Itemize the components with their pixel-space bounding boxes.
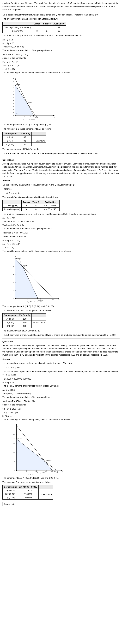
svg-text:8: 8 bbox=[13, 90, 14, 92]
svg-text:Y: Y bbox=[14, 254, 16, 256]
q7-ct-r2c0: B(8, 20) bbox=[2, 321, 18, 324]
q7-cond1: x ≥ 0 and y ≥ 0 bbox=[6, 192, 120, 195]
q7-corner-intro: The corner points are A (24, 0), B (8, 2… bbox=[2, 305, 120, 308]
svg-text:Y: Y bbox=[14, 76, 15, 77]
q7-graph: O 8 16 24 5 10 15 20 25 bbox=[7, 254, 62, 303]
q6-math-label: The mathematical formulation of the give… bbox=[2, 49, 120, 52]
q7-r1c0: Cutting (min) bbox=[2, 204, 22, 208]
q7-intro: A company manufactures two types of nove… bbox=[2, 162, 120, 178]
svg-text:1: 1 bbox=[13, 112, 14, 113]
svg-marker-79 bbox=[15, 259, 38, 298]
q8-ct-r3c1: 875000 bbox=[18, 496, 39, 500]
svg-text:200: 200 bbox=[13, 434, 15, 435]
q6-col-header-1: Lamps bbox=[32, 22, 42, 26]
q7-constraints-intro: The profit on type A souvenirs is Rs 5 a… bbox=[2, 212, 120, 216]
svg-text:1: 1 bbox=[18, 116, 18, 118]
q6-feasible-label: The feasible region determined by the sy… bbox=[2, 71, 120, 74]
q7-ct-r1c0: A(24, 0) bbox=[2, 317, 18, 321]
svg-text:100: 100 bbox=[13, 452, 15, 453]
q6-c2: 3x + 2y ≤ 20 bbox=[2, 42, 120, 45]
q6-ct-r3c1: 30 bbox=[18, 143, 32, 146]
q6-col-header-0 bbox=[2, 22, 32, 26]
table-row: B(4, 4) 32 → Maximum bbox=[2, 139, 46, 143]
question-8-section: Question 8: A merchant plans to sell two… bbox=[2, 340, 120, 506]
svg-text:12: 12 bbox=[12, 78, 14, 80]
q8-subject-label: subject to the constraints, bbox=[2, 403, 120, 406]
q7-s3: x, y ≥ 0 ...(4) bbox=[2, 246, 120, 249]
q6-maximize: Maximize Z = 5x + 3y ... (1) bbox=[2, 53, 120, 56]
svg-text:B(4,4): B(4,4) bbox=[28, 102, 31, 103]
q8-feasible-label: The feasible region determined by the sy… bbox=[2, 418, 120, 421]
table-row: Grinding/Cutting Machine (h) 2 1 12 bbox=[2, 26, 66, 29]
q8-c1: 5x + 8y ≤ 1400 bbox=[2, 381, 120, 384]
svg-text:X: X bbox=[54, 116, 55, 118]
q7-maximize: Maximize Z = 5x + 6y ... (1) bbox=[2, 231, 120, 234]
q8-corner-intro: The corner points are A (250, 0), B (200… bbox=[2, 476, 120, 480]
svg-point-49 bbox=[15, 84, 16, 86]
svg-text:70: 70 bbox=[26, 471, 27, 472]
svg-point-80 bbox=[37, 298, 38, 299]
q8-ct-r2c0: B(200, 50) bbox=[2, 492, 18, 496]
svg-point-47 bbox=[27, 103, 28, 104]
q8-ct-r1c0: A(250, 0) bbox=[2, 489, 18, 492]
q8-corner-values-label: The values of Z at these corner points a… bbox=[2, 481, 120, 484]
q7-subject-label: subject to the constraints, bbox=[2, 235, 120, 238]
q6-ct-h1: Z = 5x + 3y bbox=[18, 132, 32, 136]
intro-text: machine for at the most 12 hours. The pr… bbox=[2, 2, 120, 11]
q7-th1: Type A bbox=[22, 200, 31, 204]
q7-ct-r1c2 bbox=[31, 317, 46, 321]
table-row: B(200, 50) 1150000 → Maximum bbox=[2, 492, 53, 496]
table-row: A(250, 0) 1125000 bbox=[2, 489, 53, 492]
svg-text:O: O bbox=[13, 298, 14, 300]
q8-graph: O 70 140 210 250 50 100 150 175 200 bbox=[7, 422, 66, 475]
q6-intro-text: Let a cottage industry manufacture x ped… bbox=[2, 13, 120, 16]
q6-row1-col0: Grinding/Cutting Machine (h) bbox=[2, 26, 32, 29]
svg-point-118 bbox=[45, 461, 45, 462]
q7-ct-r3c0: C(0, 25) bbox=[2, 324, 18, 328]
svg-point-122 bbox=[16, 470, 17, 471]
q8-s3: x, y ≥ 0 ...(4) bbox=[2, 414, 120, 418]
svg-text:10: 10 bbox=[12, 84, 14, 86]
q6-ct-r2c1: 32 bbox=[18, 139, 32, 143]
q7-answer-label: Answer bbox=[2, 179, 120, 182]
svg-text:5: 5 bbox=[13, 100, 14, 101]
svg-text:150: 150 bbox=[13, 443, 15, 444]
svg-text:B(200,50): B(200,50) bbox=[46, 460, 52, 462]
corner-point-label-box: Corner point bbox=[2, 502, 17, 506]
svg-text:A(6,0): A(6,0) bbox=[34, 116, 38, 118]
svg-point-116 bbox=[52, 470, 52, 471]
q7-r2c3: 4 × 60 = 240 bbox=[41, 208, 60, 211]
svg-text:10: 10 bbox=[13, 282, 14, 283]
svg-text:175: 175 bbox=[13, 438, 15, 440]
svg-text:X: X bbox=[62, 471, 63, 472]
q8-s1: 5x + 8y ≤ 1400 ...(2) bbox=[2, 407, 120, 410]
q6-row1-col3: 12 bbox=[52, 26, 66, 29]
q8-ct-r1c1: 1125000 bbox=[18, 489, 39, 492]
svg-text:5x + 8y = 1400: 5x + 8y = 1400 bbox=[37, 472, 45, 474]
q6-s2: 3x + 2y ≤ 20 ... (3) bbox=[2, 64, 120, 67]
svg-text:4: 4 bbox=[27, 116, 28, 118]
svg-point-45 bbox=[33, 115, 34, 116]
q6-row1-col1: 2 bbox=[32, 26, 42, 29]
svg-point-82 bbox=[22, 266, 23, 268]
svg-text:5: 5 bbox=[13, 290, 14, 291]
q6-ct-r2c0: B(4, 4) bbox=[2, 139, 18, 143]
q8-maximize: Maximum Z = 4500x + 5000y ...(1) bbox=[2, 400, 120, 403]
svg-text:50: 50 bbox=[14, 460, 15, 462]
q8-math-label: The mathematical formulation of the give… bbox=[2, 396, 120, 399]
q6-ct-r1c0: A(6, 0) bbox=[2, 136, 18, 139]
svg-text:(0,0): (0,0) bbox=[16, 113, 18, 114]
q7-title: Question 7: bbox=[2, 158, 120, 162]
svg-marker-44 bbox=[15, 85, 33, 116]
q7-corner-table: Corner point Z = 5x + 6y A(24, 0) 120 B(… bbox=[2, 313, 46, 328]
q6-row1-col2: 1 bbox=[42, 26, 52, 29]
q7-feasible-label: The feasible region determined by the sy… bbox=[2, 250, 120, 253]
table-row: A(24, 0) 120 bbox=[2, 317, 46, 321]
question-7-section: Question 7: A company manufactures two t… bbox=[2, 158, 120, 336]
divider-1 bbox=[2, 157, 120, 157]
q7-table: Type A Type B Availability Cutting (min)… bbox=[2, 200, 60, 211]
svg-text:15: 15 bbox=[13, 274, 14, 276]
svg-text:4: 4 bbox=[13, 102, 14, 104]
table-row: A(6, 0) 30 bbox=[2, 136, 46, 139]
q7-ct-r3c2 bbox=[31, 324, 46, 328]
